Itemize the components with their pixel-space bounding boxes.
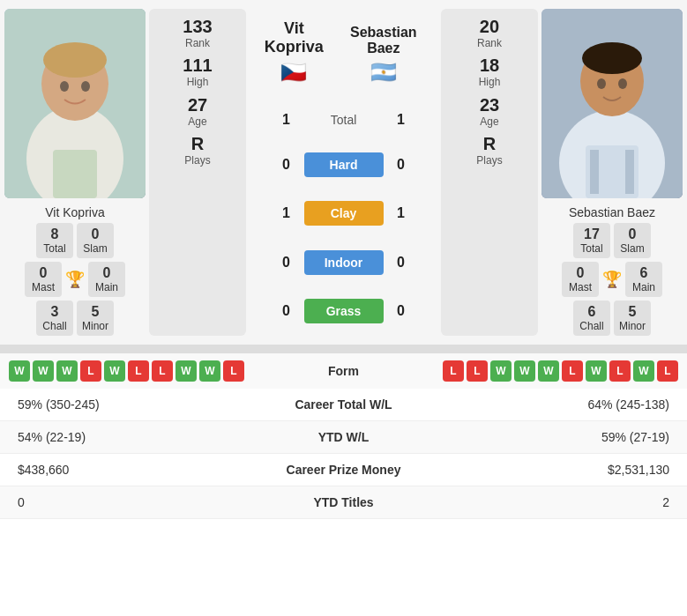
player2-plays-block: R Plays — [476, 133, 502, 167]
player2-form-badges: LLWWWLWLWL — [443, 360, 678, 382]
player2-total-stat: 17 Total — [573, 223, 610, 258]
player2-stats-card: 20 Rank 18 High 23 Age R Plays — [441, 9, 538, 336]
player1-rank-block: 133 Rank — [183, 16, 212, 49]
hard-row: 0 Hard 0 — [254, 151, 433, 179]
form-section: WWWLWLLWWL Form LLWWWLWLWL — [0, 352, 687, 389]
player2-chall-stat: 6 Chall — [573, 301, 610, 336]
form-badge: W — [175, 360, 197, 382]
form-badge: L — [443, 360, 464, 382]
player1-age-block: 27 Age — [188, 94, 207, 128]
form-badge: W — [490, 360, 512, 382]
form-badge: W — [199, 360, 220, 382]
indoor-row: 0 Indoor 0 — [254, 249, 433, 277]
player1-minor-stat: 5 Minor — [77, 301, 114, 336]
player1-chall-stats: 3 Chall 5 Minor — [36, 301, 114, 336]
prize-row: $438,660 Career Prize Money $2,531,130 — [0, 454, 687, 486]
form-label: Form — [328, 364, 359, 378]
player2-rank-block: 20 Rank — [477, 16, 502, 49]
svg-point-5 — [81, 81, 90, 92]
player-section: Vit Kopriva 8 Total 0 Slam 0 Mast 🏆 0 — [0, 0, 687, 345]
trophy1-icon: 🏆 — [65, 270, 85, 289]
player2-high-block: 18 High — [479, 55, 501, 88]
player1-trophy-row: 0 Mast 🏆 0 Main — [25, 262, 125, 297]
svg-rect-14 — [590, 150, 599, 194]
player2-center-name: Sebastian Baez — [334, 25, 433, 60]
player1-mini-stats: 8 Total 0 Slam — [36, 223, 114, 258]
hard-button[interactable]: Hard — [304, 152, 384, 177]
player1-chall-stat: 3 Chall — [36, 301, 73, 336]
player1-plays-block: R Plays — [184, 133, 210, 167]
player2-name: Sebastian Baez — [569, 205, 655, 219]
player1-main-stat: 0 Main — [88, 262, 125, 297]
player1-high-block: 111 High — [183, 55, 212, 88]
player1-form-badges: WWWLWLLWWL — [9, 360, 244, 382]
form-badge: L — [80, 360, 101, 382]
player1-photo — [4, 9, 146, 198]
clay-button[interactable]: Clay — [304, 201, 384, 226]
player2-mast-stat: 0 Mast — [562, 262, 599, 297]
form-badge: W — [104, 360, 125, 382]
player1-stats-card: 133 Rank 111 High 27 Age R Plays — [149, 9, 246, 336]
player1-total-stat: 8 Total — [36, 223, 73, 258]
form-badge: W — [633, 360, 654, 382]
form-badge: W — [33, 360, 54, 382]
svg-rect-6 — [53, 150, 97, 198]
divider1 — [0, 345, 687, 352]
player1-mast-stat: 0 Mast — [25, 262, 62, 297]
player1-flag: 🇨🇿 — [254, 60, 334, 85]
form-badge: W — [586, 360, 607, 382]
player2-flag: 🇦🇷 — [334, 60, 433, 85]
player2-chall-stats: 6 Chall 5 Minor — [573, 301, 651, 336]
player2-trophy-row: 0 Mast 🏆 6 Main — [562, 262, 662, 297]
total-row: 1 Total 1 — [254, 110, 433, 130]
form-badge: W — [9, 360, 30, 382]
grass-row: 0 Grass 0 — [254, 297, 433, 325]
form-badge: L — [223, 360, 244, 382]
svg-point-12 — [618, 78, 627, 89]
form-badge: W — [514, 360, 535, 382]
player2-age-block: 23 Age — [480, 94, 499, 128]
player1-name: Vit Kopriva — [45, 205, 104, 219]
player2-minor-stat: 5 Minor — [614, 301, 651, 336]
player2-right: Sebastian Baez 17 Total 0 Slam 0 Mast 🏆 — [541, 9, 683, 336]
form-badge: W — [538, 360, 559, 382]
svg-point-4 — [60, 81, 69, 92]
form-badge: L — [657, 360, 678, 382]
player2-photo — [541, 9, 683, 198]
stats-table: 59% (350-245) Career Total W/L 64% (245-… — [0, 389, 687, 519]
player2-main-stat: 6 Main — [625, 262, 662, 297]
grass-button[interactable]: Grass — [304, 299, 384, 323]
main-container: Vit Kopriva 8 Total 0 Slam 0 Mast 🏆 0 — [0, 0, 687, 519]
form-badge: L — [467, 360, 488, 382]
svg-point-11 — [597, 78, 606, 89]
player1-center-name: Vit Kopriva — [254, 19, 334, 60]
indoor-button[interactable]: Indoor — [304, 250, 384, 275]
trophy2-icon: 🏆 — [602, 270, 622, 289]
form-badge: L — [152, 360, 173, 382]
player1-slam-stat: 0 Slam — [77, 223, 114, 258]
svg-point-3 — [43, 42, 107, 78]
form-badge: W — [56, 360, 78, 382]
form-badge: L — [609, 360, 631, 382]
ytd-wl-row: 54% (22-19) YTD W/L 59% (27-19) — [0, 421, 687, 454]
svg-point-10 — [582, 42, 642, 74]
svg-rect-15 — [625, 150, 634, 194]
center-column: Vit Kopriva 🇨🇿 Sebastian Baez 🇦🇷 1 Total… — [250, 9, 437, 336]
form-badge: L — [562, 360, 583, 382]
player1-left: Vit Kopriva 8 Total 0 Slam 0 Mast 🏆 0 — [4, 9, 146, 336]
form-badge: L — [128, 360, 149, 382]
clay-row: 1 Clay 1 — [254, 199, 433, 227]
player2-slam-stat: 0 Slam — [614, 223, 651, 258]
player2-mini-stats: 17 Total 0 Slam — [573, 223, 651, 258]
career-wl-row: 59% (350-245) Career Total W/L 64% (245-… — [0, 389, 687, 421]
ytd-titles-row: 0 YTD Titles 2 — [0, 486, 687, 519]
